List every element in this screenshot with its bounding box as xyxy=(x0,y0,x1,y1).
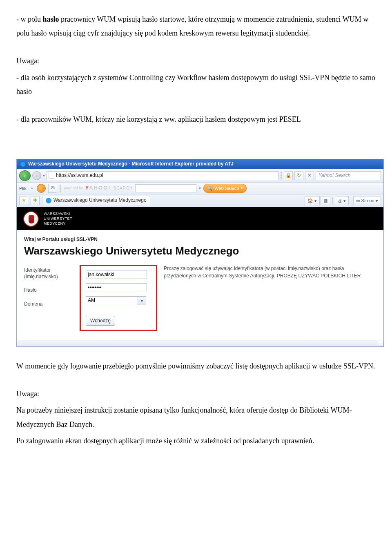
dropdown-icon[interactable]: ▾ xyxy=(43,173,45,178)
stop-button[interactable]: ✕ xyxy=(305,171,314,180)
favorites-icon[interactable]: ★ xyxy=(19,196,28,205)
paragraph-password-field: - w polu hasło pracownicy WUM wpisują ha… xyxy=(16,12,380,40)
button-label: Strona xyxy=(361,198,374,203)
chevron-left-icon: ‹ xyxy=(24,172,26,179)
note-label: Uwaga: xyxy=(16,387,380,401)
scroll-arrow-icon[interactable] xyxy=(378,341,383,346)
label-domain: Domena xyxy=(24,301,73,308)
text-line: MEDYCZNY xyxy=(44,221,72,226)
yahoo-y-icon: Y xyxy=(85,185,89,191)
label-identifier: Identyfikator (imię.nazwisko) xyxy=(24,267,73,280)
yahoo-logo: YAHOO! xyxy=(85,185,111,192)
tab-title: Warszawskiego Uniwersytetu Medycznego xyxy=(53,197,147,204)
text-line: WARSZAWSKI xyxy=(44,212,72,217)
label-password: Hasło xyxy=(24,287,73,294)
search-placeholder: Yahoo! Search xyxy=(318,172,351,179)
dropdown-icon[interactable]: ▾ xyxy=(138,296,146,305)
command-bar: 🏠 ▾ ▦ 🖨 ▾ ▭Strona ▾ xyxy=(305,196,381,205)
paragraph-scope: Na potrzeby niniejszej instrukcji zostan… xyxy=(16,403,380,431)
nav-forward-button[interactable]: › xyxy=(32,171,41,180)
ie-logo-icon xyxy=(20,161,26,167)
text-line: UNIWERSYTET xyxy=(44,217,72,221)
domain-select[interactable]: AM ▾ xyxy=(86,296,146,305)
search-label: SEARCH xyxy=(114,185,133,191)
mail-icon[interactable]: ✉ xyxy=(48,184,57,193)
ie-screenshot: Warszawskiego Uniwersytetu Medycznego - … xyxy=(16,159,384,347)
powered-by-label: powered by xyxy=(64,186,83,191)
domain-value: AM xyxy=(86,296,138,305)
ie-tab-bar: ★ ✚ Warszawskiego Uniwersytetu Medyczneg… xyxy=(17,194,383,207)
page-body: Witaj w Portalu usługi SSL-VPN Warszawsk… xyxy=(17,230,383,340)
button-label: Web Search xyxy=(214,185,239,191)
login-form-highlight: AM ▾ Wchodzę xyxy=(80,265,157,331)
refresh-button[interactable]: ↻ xyxy=(294,171,303,180)
page-header-black: WARSZAWSKI UNIWERSYTET MEDYCZNY xyxy=(17,207,383,230)
mcafee-icon[interactable] xyxy=(37,184,46,193)
text-line: Identyfikator xyxy=(24,267,73,274)
dropdown-icon[interactable]: ▾ xyxy=(199,185,201,191)
home-icon: 🏠 xyxy=(307,198,313,203)
page-icon: ▭ xyxy=(356,198,360,203)
password-input[interactable] xyxy=(86,283,147,292)
ie-logo-icon xyxy=(46,198,51,203)
bold-text: hasło xyxy=(43,15,59,23)
note-label: Uwaga: xyxy=(16,54,380,68)
lock-icon: 🔒 xyxy=(284,171,293,180)
horizontal-scrollbar[interactable] xyxy=(17,340,383,346)
chevron-right-icon[interactable]: » xyxy=(29,185,35,191)
ie-title-bar: Warszawskiego Uniwersytetu Medycznego - … xyxy=(17,159,383,169)
menu-file[interactable]: Plik xyxy=(19,185,27,191)
printer-icon: 🖨 xyxy=(338,198,342,203)
grip-icon xyxy=(281,171,282,180)
web-search-button[interactable]: 🔍Web Search▾ xyxy=(203,184,246,193)
wum-name: WARSZAWSKI UNIWERSYTET MEDYCZNY xyxy=(44,212,72,226)
login-labels: Identyfikator (imię.nazwisko) Hasło Dome… xyxy=(24,265,73,307)
url-field[interactable]: https://ssl.wum.edu.pl xyxy=(47,171,279,180)
welcome-heading: Warszawskiego Uniwersytetu Medycznego xyxy=(24,244,376,258)
text-fragment: - w polu xyxy=(16,15,43,23)
paragraph-after-login: W momencie gdy logowanie przebiegło pomy… xyxy=(16,359,380,373)
feeds-button[interactable]: ▦ xyxy=(321,196,330,205)
add-favorite-icon[interactable]: ✚ xyxy=(31,196,40,205)
url-text: https://ssl.wum.edu.pl xyxy=(56,172,103,179)
paragraph-pesel: - dla pracowników WUM, którzy nie korzys… xyxy=(16,112,380,126)
login-area: Identyfikator (imię.nazwisko) Hasło Dome… xyxy=(24,265,376,331)
page-menu-button[interactable]: ▭Strona ▾ xyxy=(353,196,381,205)
nav-back-button[interactable]: ‹ xyxy=(19,170,31,181)
wum-logo-icon xyxy=(23,211,39,227)
browser-search-input[interactable]: Yahoo! Search xyxy=(316,171,381,180)
login-button[interactable]: Wchodzę xyxy=(86,316,115,326)
identifier-input[interactable] xyxy=(86,270,147,279)
grip-icon xyxy=(60,184,61,193)
paragraph-permissions: Po zalogowaniu ekran dostępnych aplikacj… xyxy=(16,434,380,448)
search-icon: 🔍 xyxy=(207,185,213,191)
print-button[interactable]: 🖨 ▾ xyxy=(335,196,349,205)
browser-tab[interactable]: Warszawskiego Uniwersytetu Medycznego xyxy=(42,196,150,205)
welcome-small: Witaj w Portalu usługi SSL-VPN xyxy=(24,237,376,243)
chevron-right-icon: › xyxy=(36,173,38,179)
page-icon xyxy=(49,173,54,179)
window-title: Warszawskiego Uniwersytetu Medycznego - … xyxy=(28,161,234,167)
login-help-text: Proszę zalogować się używając identyfika… xyxy=(164,265,376,279)
home-button[interactable]: 🏠 ▾ xyxy=(305,196,320,205)
text-fragment: AHOO! xyxy=(89,185,111,191)
dropdown-icon: ▾ xyxy=(241,186,243,191)
text-fragment: pracownicy WUM wpisują hasło startowe, k… xyxy=(16,15,368,37)
paragraph-controlling-workflow: - dla osób korzystających z systemów Con… xyxy=(16,71,380,98)
ie-address-bar: ‹ › ▾ https://ssl.wum.edu.pl 🔒 ↻ ✕ Yahoo… xyxy=(17,169,383,183)
text-line: (imię.nazwisko) xyxy=(24,274,73,280)
yahoo-toolbar: Plik » ✉ powered by YAHOO! SEARCH ▾ 🔍Web… xyxy=(17,183,383,194)
yahoo-search-input[interactable] xyxy=(135,184,196,192)
rss-icon: ▦ xyxy=(323,198,327,203)
